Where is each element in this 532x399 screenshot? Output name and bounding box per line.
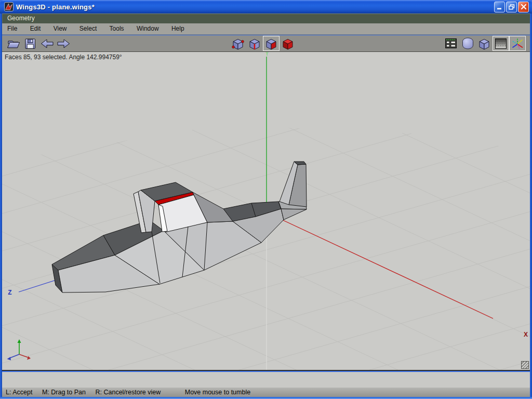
vertex-mode-button[interactable] [230,36,246,51]
titlebar[interactable]: Wings3D - plane.wings* [0,0,532,14]
cube-body-icon [281,37,295,50]
minimize-button[interactable] [494,2,505,12]
hint-left-mouse: L: Accept [6,389,32,396]
smooth-cube-icon [461,37,474,50]
selection-mode-group [230,36,296,51]
window-frame-bottom [0,397,532,399]
selection-info-line: Faces 85, 93 selected. Angle 142.994759° [5,54,122,61]
svg-text:X: X [524,331,528,338]
cube-edge-icon [248,37,261,50]
floppy-icon [24,37,36,50]
hint-right-mouse: R: Cancel/restore view [95,389,161,396]
wings3d-logo-icon[interactable] [4,2,14,11]
menubar: File Edit View Select Tools Window Help [2,23,530,35]
show-groundplane-button[interactable] [493,36,509,51]
window-background [2,372,530,388]
view-tool-group [443,36,526,51]
viewport: YXZ Faces 85, 93 selected. Angle 142.994… [2,52,530,371]
window-frame-right [530,14,532,399]
file-tool-group [5,36,72,51]
redo-button[interactable] [55,36,72,51]
undo-button[interactable] [38,36,55,51]
geometry-window-label: Geometry [7,15,35,22]
wire-cube-icon [477,37,491,50]
restore-button[interactable] [506,2,517,12]
cube-vertex-icon [231,37,245,50]
close-icon [521,4,527,10]
axes-icon [511,37,524,50]
edge-mode-button[interactable] [246,36,263,51]
menu-file[interactable]: File [7,23,17,34]
arrow-right-icon [57,38,71,49]
hint-tumble: Move mouse to tumble [185,389,250,396]
arrow-left-icon [40,38,54,49]
restore-icon [509,4,515,10]
geometry-graph-button[interactable] [443,36,459,51]
menu-select[interactable]: Select [79,23,97,34]
face-mode-button[interactable] [263,36,280,51]
save-button[interactable] [22,36,38,51]
menu-window[interactable]: Window [137,23,159,34]
smooth-preview-button[interactable] [459,36,476,51]
close-button[interactable] [518,2,529,12]
open-button[interactable] [5,36,22,51]
wings3d-window: { "window": { "title": "Wings3D - plane.… [0,0,532,399]
viewport-canvas[interactable]: YXZ [2,52,530,371]
hint-middle-mouse: M: Drag to Pan [42,389,86,396]
cube-face-icon [264,37,278,50]
folder-icon [7,37,20,50]
statusbar: L: Accept M: Drag to Pan R: Cancel/resto… [2,388,530,397]
show-axes-button[interactable] [509,36,526,51]
body-mode-button[interactable] [280,36,296,51]
toolbar [2,35,530,52]
workmode-button[interactable] [476,36,493,51]
menu-help[interactable]: Help [171,23,184,34]
svg-text:Z: Z [8,289,11,296]
viewport-resize-grip[interactable] [521,361,529,369]
groundplane-icon [495,37,507,50]
geometry-window-header[interactable]: Geometry [2,14,530,23]
window-title: Wings3D - plane.wings* [16,3,95,11]
menu-tools[interactable]: Tools [110,23,124,34]
menu-edit[interactable]: Edit [30,23,41,34]
minimize-icon [497,4,502,10]
dialog-icon [445,37,457,49]
menu-view[interactable]: View [54,23,67,34]
svg-text:Y: Y [265,52,269,57]
